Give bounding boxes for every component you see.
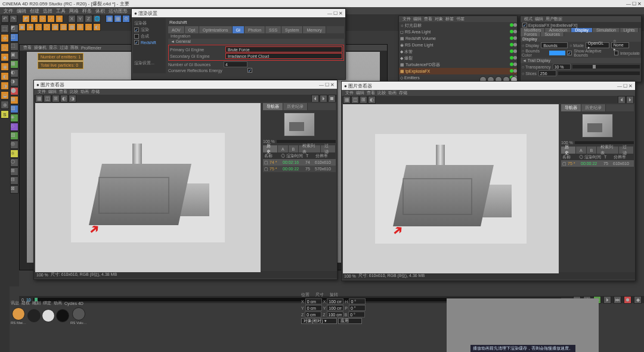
close-icon[interactable]: ✕ — [628, 83, 633, 89]
tab[interactable]: 检索列表 — [299, 145, 321, 152]
material-ball[interactable] — [42, 309, 55, 322]
slider[interactable] — [572, 65, 640, 68]
tree-item[interactable]: ◻RS Area Light — [399, 29, 517, 35]
menu-item[interactable]: 文件 — [402, 16, 411, 22]
menu-item[interactable]: 文件 — [38, 89, 46, 95]
tab[interactable]: A — [278, 145, 289, 152]
tab[interactable]: System — [281, 26, 303, 33]
panel-titlebar[interactable]: ● 渲染设置 — ☐ ✕ — [132, 9, 345, 17]
tab-display[interactable]: Display — [571, 28, 593, 32]
menu-item[interactable]: 编辑 — [413, 16, 422, 22]
tab[interactable]: 历史 — [561, 147, 576, 154]
tree-item[interactable]: ▦tpExplosiaFX — [399, 68, 517, 74]
vp-menu[interactable]: 显示 — [49, 45, 57, 51]
tool-icon[interactable]: ◐ — [1, 72, 9, 80]
tool-icon[interactable]: ⊞ — [76, 23, 84, 31]
tab[interactable]: 建模 — [21, 300, 30, 306]
tab[interactable]: 绑定 — [43, 300, 51, 306]
tool-icon[interactable]: ▣ — [10, 51, 18, 60]
tab[interactable]: 过滤 — [321, 145, 336, 152]
label[interactable]: Redshift — [141, 41, 156, 45]
panel-titlebar[interactable]: ● 图片查看器 — ☐ ✕ — [34, 80, 337, 89]
move-tool-icon[interactable]: ✥ — [1, 34, 9, 42]
tool-icon[interactable]: ▢ — [1, 43, 9, 52]
tool-icon[interactable]: ◑ — [10, 78, 18, 86]
vp-menu[interactable]: 过滤 — [60, 45, 68, 51]
visibility-dots[interactable] — [510, 36, 517, 41]
tool-icon[interactable]: ⏴ — [311, 95, 319, 102]
tab[interactable]: Memory — [303, 26, 326, 33]
object-tree[interactable]: ☼灯光目标◻RS Area Light▦Redshift Volume◉RS D… — [399, 22, 517, 81]
menu-item[interactable]: 查看 — [367, 90, 375, 96]
tool-icon[interactable]: ◐ — [60, 95, 68, 102]
tool-icon[interactable]: ⊠ — [10, 185, 18, 194]
menu-item[interactable]: 文件 — [4, 8, 13, 14]
visibility-dots[interactable] — [510, 69, 517, 73]
tool-icon[interactable]: ◫ — [10, 33, 18, 42]
history-row[interactable]: ▢75 *00:00:2275610x610 — [561, 160, 634, 167]
tool-icon[interactable]: ◎ — [10, 141, 18, 149]
tool-icon[interactable]: ⊕ — [1, 101, 9, 109]
menu-item[interactable]: 运动图形 — [109, 8, 128, 14]
vp-menu[interactable]: ProRender — [81, 46, 101, 50]
obj-enable-checkbox[interactable] — [522, 23, 527, 27]
tool-icon[interactable]: ☼ — [85, 23, 92, 31]
tool-icon[interactable]: ▨ — [60, 23, 67, 31]
menu-item[interactable]: 存储 — [91, 89, 100, 95]
tool-icon[interactable]: ⊞ — [10, 167, 18, 176]
tool-icon[interactable]: ▦ — [343, 96, 351, 104]
tool-icon[interactable]: ◒ — [1, 91, 9, 99]
tool-icon[interactable]: ◑ — [1, 82, 9, 90]
visibility-dots[interactable] — [510, 43, 517, 47]
minimize-icon[interactable]: — — [626, 1, 631, 7]
render-settings-icon[interactable]: ⚙ — [122, 15, 130, 23]
display-dropdown[interactable]: Bounds — [541, 42, 568, 48]
tab[interactable]: AOV — [168, 26, 185, 33]
apply-button[interactable]: 应用 — [338, 318, 362, 324]
visibility-dots[interactable] — [510, 23, 517, 27]
tab[interactable]: Modifiers — [521, 28, 545, 32]
checkbox[interactable] — [614, 51, 618, 55]
menu-item[interactable]: 查看 — [424, 16, 432, 22]
tab[interactable]: B — [587, 147, 597, 154]
slider[interactable] — [558, 71, 640, 75]
tool-icon[interactable]: ◇ — [10, 123, 18, 131]
undo-icon[interactable]: ↶ — [1, 15, 9, 23]
menu-item[interactable]: 标签 — [445, 16, 454, 22]
size-z-input[interactable] — [327, 311, 343, 317]
tool-icon[interactable]: ⏵ — [626, 96, 634, 104]
minimize-icon[interactable]: — — [319, 82, 324, 88]
render-canvas[interactable]: ➔ 🦌 — [343, 104, 559, 273]
menu-item[interactable]: 比较 — [377, 90, 386, 96]
render-icon[interactable]: ▦ — [106, 15, 113, 23]
tool-icon[interactable]: ◩ — [10, 24, 18, 33]
render-canvas[interactable]: ➔ — [35, 103, 261, 272]
tab[interactable]: 雕刻 — [32, 300, 41, 306]
tool-icon[interactable]: ⬚ — [10, 42, 18, 51]
goto-end-icon[interactable]: ⏭ — [614, 296, 621, 304]
tool-icon[interactable]: ◐ — [10, 69, 18, 77]
tab[interactable]: Forces — [521, 32, 541, 36]
redo-icon[interactable]: ↷ — [10, 15, 17, 23]
tool-icon[interactable]: ◇ — [35, 23, 42, 31]
tool-icon[interactable]: ▦ — [35, 95, 43, 102]
maximize-icon[interactable]: ☐ — [632, 1, 636, 7]
axis-x-icon[interactable]: X — [68, 15, 76, 23]
mode-dropdown[interactable]: OpenGL ▸ — [586, 42, 609, 48]
menu-item[interactable]: 动画 — [388, 90, 397, 96]
tool-icon[interactable]: ◫ — [351, 96, 359, 104]
key-icon[interactable]: ◆ — [634, 296, 642, 304]
tool-icon[interactable]: ◐ — [368, 96, 376, 104]
material-ball[interactable] — [12, 307, 25, 320]
tool-icon[interactable]: ◩ — [22, 15, 30, 23]
menu-item[interactable]: 模式 — [524, 16, 532, 22]
minimize-icon[interactable]: — — [327, 11, 332, 16]
footer-text[interactable]: 渲染设置... — [134, 60, 154, 66]
record-icon[interactable]: ⏺ — [624, 296, 631, 304]
tool-icon[interactable]: ▧ — [10, 132, 18, 140]
history-row[interactable]: ▢75 *00:00:2275570x610 — [263, 166, 336, 172]
tab[interactable]: 检索列表 — [597, 147, 619, 154]
tab-history[interactable]: 历史纪录 — [283, 103, 308, 110]
visibility-dots[interactable] — [510, 56, 517, 60]
visibility-dots[interactable] — [510, 49, 517, 54]
